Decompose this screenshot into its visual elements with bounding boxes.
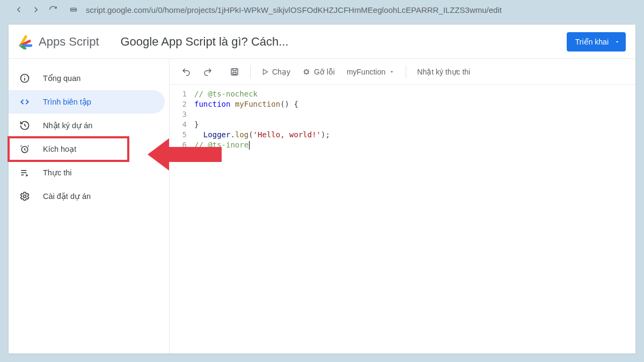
- execution-log-button[interactable]: Nhật ký thực thi: [413, 63, 474, 80]
- sidebar-item-history[interactable]: Nhật ký dự án: [9, 114, 165, 137]
- sidebar-item-triggers[interactable]: Kích hoạt: [9, 137, 128, 161]
- function-select[interactable]: myFunction: [342, 68, 399, 76]
- sidebar-item-label: Tổng quan: [43, 74, 80, 83]
- sidebar-item-overview[interactable]: Tổng quan: [9, 67, 165, 90]
- svg-rect-12: [233, 72, 236, 74]
- gear-icon: [18, 190, 31, 203]
- svg-rect-1: [71, 10, 77, 11]
- save-icon: [230, 67, 239, 77]
- sidebar-item-settings[interactable]: Cài đặt dự án: [9, 184, 165, 208]
- undo-button[interactable]: [177, 63, 195, 80]
- url-text[interactable]: script.google.com/u/0/home/projects/1jHP…: [86, 5, 502, 14]
- forward-icon[interactable]: [31, 5, 41, 14]
- reload-icon[interactable]: [48, 5, 58, 14]
- editor-pane: Chạy Gỡ lỗi myFunction Nhật ký thực thi …: [170, 59, 635, 353]
- debug-button[interactable]: Gỡ lỗi: [298, 63, 339, 80]
- sidebar-item-label: Cài đặt dự án: [43, 192, 91, 201]
- svg-rect-0: [71, 8, 77, 9]
- run-button[interactable]: Chạy: [257, 63, 295, 80]
- editor-toolbar: Chạy Gỡ lỗi myFunction Nhật ký thực thi: [170, 59, 635, 85]
- sidebar-item-label: Nhật ký dự án: [43, 121, 92, 130]
- sidebar: Tổng quan Trình biên tập Nhật ký dự án K…: [9, 59, 170, 353]
- svg-point-10: [24, 195, 26, 198]
- info-icon: [18, 72, 31, 85]
- redo-icon: [203, 67, 213, 77]
- back-icon[interactable]: [14, 5, 24, 14]
- debug-label: Gỡ lỗi: [314, 68, 335, 76]
- play-icon: [261, 68, 269, 76]
- alarm-icon: [18, 143, 31, 156]
- sidebar-item-label: Trình biên tập: [43, 98, 91, 106]
- product-name: Apps Script: [39, 35, 99, 49]
- sidebar-item-label: Kích hoạt: [43, 145, 76, 153]
- app-window: Apps Script Google App Script là gì? Các…: [9, 25, 635, 353]
- site-info-icon[interactable]: [69, 5, 78, 14]
- chevron-down-icon: [389, 69, 395, 75]
- sidebar-item-editor[interactable]: Trình biên tập: [9, 90, 165, 114]
- undo-icon: [181, 67, 191, 77]
- sidebar-item-executions[interactable]: Thực thi: [9, 161, 165, 184]
- app-body: Tổng quan Trình biên tập Nhật ký dự án K…: [9, 59, 635, 353]
- save-button[interactable]: [225, 63, 244, 80]
- function-selected-label: myFunction: [347, 68, 385, 76]
- history-icon: [18, 119, 31, 132]
- code-content[interactable]: // @ts-nocheckfunction myFunction() { } …: [194, 89, 635, 353]
- code-editor[interactable]: 123456 // @ts-nocheckfunction myFunction…: [170, 85, 635, 353]
- redo-button[interactable]: [199, 63, 217, 80]
- browser-bar: script.google.com/u/0/home/projects/1jHP…: [9, 0, 635, 19]
- execution-log-label: Nhật ký thực thi: [417, 68, 470, 76]
- chevron-down-icon: [614, 39, 620, 45]
- deploy-label: Triển khai: [575, 38, 609, 46]
- svg-point-5: [24, 76, 25, 77]
- header: Apps Script Google App Script là gì? Các…: [9, 25, 635, 59]
- run-label: Chạy: [272, 68, 290, 76]
- line-gutter: 123456: [170, 89, 194, 353]
- code-icon: [18, 95, 31, 108]
- deploy-button[interactable]: Triển khai: [567, 32, 626, 51]
- sidebar-item-label: Thực thi: [43, 168, 72, 177]
- product-logo[interactable]: Apps Script: [18, 34, 99, 49]
- project-title[interactable]: Google App Script là gì? Cách...: [121, 35, 560, 49]
- bug-icon: [302, 68, 311, 76]
- playlist-icon: [18, 166, 31, 179]
- svg-point-13: [305, 70, 309, 73]
- apps-script-logo-icon: [18, 34, 33, 49]
- svg-point-2: [19, 44, 22, 47]
